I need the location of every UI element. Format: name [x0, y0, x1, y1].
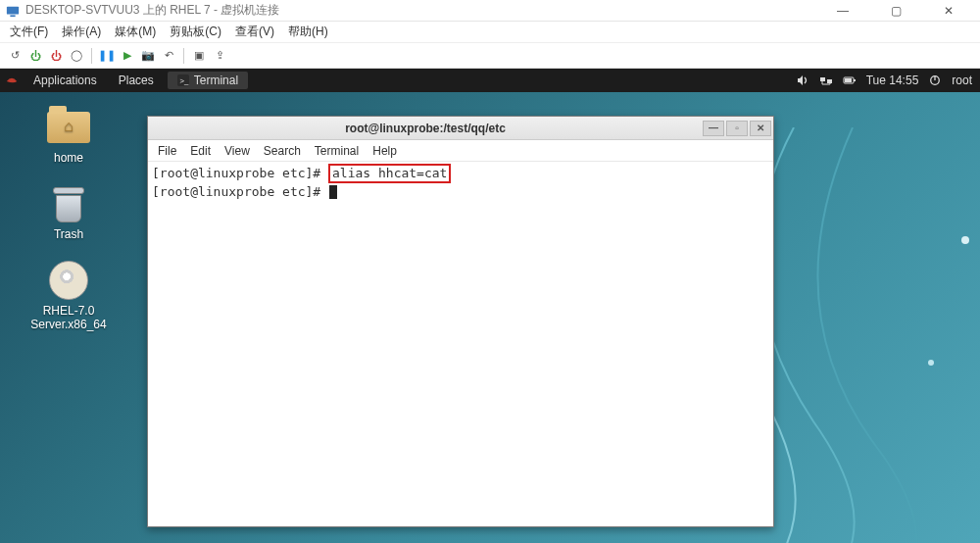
- term-menu-edit[interactable]: Edit: [190, 144, 211, 158]
- term-menu-search[interactable]: Search: [264, 144, 301, 158]
- host-title: DESKTOP-SVTVUU3 上的 RHEL 7 - 虚拟机连接: [25, 2, 825, 19]
- terminal-command: alias hhcat=cat: [328, 164, 451, 183]
- battery-icon[interactable]: [843, 74, 857, 87]
- pause-icon[interactable]: ❚❚: [98, 47, 116, 65]
- svg-rect-6: [820, 77, 825, 81]
- folder-home-icon: [45, 108, 92, 147]
- terminal-close-button[interactable]: ✕: [750, 121, 771, 136]
- host-toolbar: ↺⏻⏻◯❚❚▶📷↶▣⇪: [0, 43, 980, 69]
- term-menu-file[interactable]: File: [158, 144, 176, 158]
- terminal-icon: >_: [177, 74, 189, 86]
- term-menu-terminal[interactable]: Terminal: [315, 144, 359, 158]
- vm-app-icon: [6, 4, 20, 18]
- svg-rect-1: [10, 15, 15, 17]
- desktop-icon-home[interactable]: home: [20, 108, 118, 165]
- redhat-icon: [4, 73, 20, 88]
- user-label[interactable]: root: [952, 74, 972, 87]
- minimize-button[interactable]: —: [825, 4, 860, 18]
- close-button[interactable]: ✕: [931, 4, 966, 18]
- svg-rect-0: [7, 6, 19, 14]
- trash-icon: [45, 184, 92, 223]
- svg-point-3: [928, 360, 934, 366]
- desktop-icon-trash-label: Trash: [20, 227, 118, 241]
- shutdown-icon[interactable]: ⏻: [47, 47, 65, 65]
- terminal-titlebar[interactable]: root@linuxprobe:/test/qq/etc — ▫ ✕: [148, 117, 773, 140]
- maximize-button[interactable]: ▢: [878, 4, 913, 18]
- vm-viewport: Applications Places >_ Terminal Tue 14:5…: [0, 69, 980, 543]
- snapshot-icon[interactable]: 📷: [139, 47, 157, 65]
- menu-clipboard[interactable]: 剪贴板(C): [170, 24, 221, 40]
- play-icon[interactable]: ▶: [119, 47, 136, 65]
- menu-action[interactable]: 操作(A): [62, 24, 101, 40]
- terminal-minimize-button[interactable]: —: [703, 121, 724, 136]
- term-menu-help[interactable]: Help: [372, 144, 397, 158]
- terminal-prompt-2: [root@linuxprobe etc]#: [152, 184, 328, 199]
- toolbar-separator: [183, 48, 184, 64]
- toolbar-separator: [91, 48, 92, 64]
- terminal-window: root@linuxprobe:/test/qq/etc — ▫ ✕ File …: [147, 116, 774, 527]
- desktop-icon-home-label: home: [20, 151, 118, 165]
- gnome-topbar: Applications Places >_ Terminal Tue 14:5…: [0, 69, 980, 92]
- network-icon[interactable]: [819, 74, 833, 87]
- menu-view[interactable]: 查看(V): [235, 24, 274, 40]
- svg-rect-10: [854, 79, 856, 81]
- terminal-prompt-1: [root@linuxprobe etc]#: [152, 166, 328, 180]
- taskbar-terminal-label: Terminal: [194, 74, 238, 87]
- applications-menu[interactable]: Applications: [25, 74, 105, 87]
- menu-media[interactable]: 媒体(M): [115, 24, 156, 40]
- clock[interactable]: Tue 14:55: [866, 74, 919, 87]
- terminal-cursor: [329, 185, 337, 199]
- revert-icon[interactable]: ↶: [160, 47, 177, 65]
- volume-icon[interactable]: [796, 74, 809, 87]
- host-titlebar: DESKTOP-SVTVUU3 上的 RHEL 7 - 虚拟机连接 — ▢ ✕: [0, 0, 980, 22]
- svg-rect-9: [845, 78, 852, 82]
- disc-icon: [45, 261, 92, 300]
- share-icon[interactable]: ⇪: [211, 47, 228, 65]
- term-menu-view[interactable]: View: [224, 144, 250, 158]
- svg-text:>_: >_: [179, 76, 188, 85]
- svg-point-2: [961, 236, 969, 244]
- screenshot-icon[interactable]: ▣: [190, 47, 208, 65]
- desktop-icons: home Trash RHEL-7.0 Server.x86_64: [20, 108, 118, 331]
- taskbar-terminal[interactable]: >_ Terminal: [168, 72, 248, 89]
- terminal-menubar: File Edit View Search Terminal Help: [148, 140, 773, 162]
- desktop-icon-disc-label: RHEL-7.0 Server.x86_64: [20, 304, 118, 331]
- host-menubar: 文件(F) 操作(A) 媒体(M) 剪贴板(C) 查看(V) 帮助(H): [0, 22, 980, 43]
- power-icon[interactable]: ⏻: [26, 47, 44, 65]
- desktop-icon-disc[interactable]: RHEL-7.0 Server.x86_64: [20, 261, 118, 331]
- terminal-body[interactable]: [root@linuxprobe etc]# alias hhcat=cat […: [148, 162, 773, 202]
- terminal-maximize-button[interactable]: ▫: [726, 121, 748, 136]
- menu-help[interactable]: 帮助(H): [288, 24, 328, 40]
- places-menu[interactable]: Places: [111, 74, 162, 87]
- stop-icon[interactable]: ◯: [68, 47, 85, 65]
- power-menu-icon[interactable]: [928, 74, 942, 87]
- terminal-title: root@linuxprobe:/test/qq/etc: [148, 122, 703, 135]
- menu-file[interactable]: 文件(F): [10, 24, 48, 40]
- back-icon[interactable]: ↺: [6, 47, 24, 65]
- desktop-icon-trash[interactable]: Trash: [20, 184, 118, 241]
